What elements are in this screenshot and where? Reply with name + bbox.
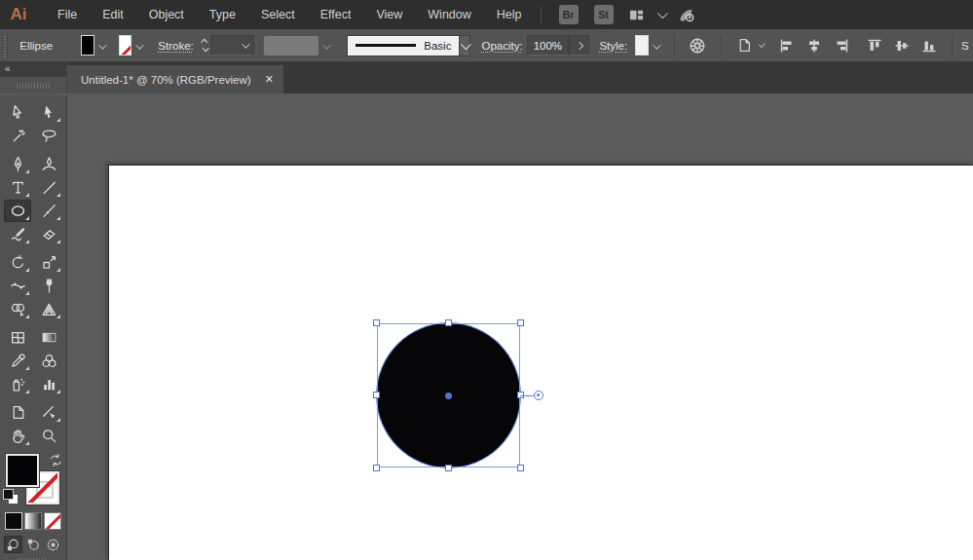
tool-direct-selection-tool[interactable] <box>35 101 62 124</box>
canvas[interactable] <box>67 95 973 560</box>
bridge-button[interactable]: Br <box>559 5 579 24</box>
opacity-label[interactable]: Opacity: <box>481 40 522 52</box>
selected-ellipse[interactable] <box>377 323 520 467</box>
menu-window[interactable]: Window <box>415 0 483 29</box>
close-icon[interactable]: ✕ <box>265 73 274 86</box>
workspace-switcher-icon[interactable] <box>627 8 646 22</box>
handle-s[interactable] <box>445 465 452 471</box>
tool-perspective-grid-tool[interactable] <box>35 298 62 320</box>
menu-bar: Ai File Edit Object Type Select Effect V… <box>0 0 973 29</box>
opacity-field[interactable]: 100% <box>527 35 569 56</box>
handle-ne[interactable] <box>517 319 524 326</box>
draw-inside-button[interactable] <box>44 536 62 553</box>
center-point[interactable] <box>445 392 452 399</box>
brush-value: Basic <box>424 40 451 52</box>
tool-gradient-tool[interactable] <box>35 326 62 349</box>
stroke-width-dropdown[interactable] <box>210 35 255 56</box>
menu-view[interactable]: View <box>363 0 415 29</box>
tool-rotate-tool[interactable] <box>4 251 31 274</box>
tool-zoom-tool[interactable] <box>35 425 62 447</box>
tool-pen-tool[interactable] <box>4 153 31 175</box>
gradient-button[interactable] <box>24 512 42 530</box>
chevron-down-icon[interactable] <box>656 8 667 19</box>
document-setup-icon[interactable] <box>736 37 753 54</box>
vertical-align-center-icon[interactable] <box>893 38 911 54</box>
tool-grid <box>0 95 66 448</box>
handle-nw[interactable] <box>373 319 380 326</box>
toolbar-grip[interactable] <box>0 77 66 93</box>
menu-object[interactable]: Object <box>136 0 197 29</box>
tool-eyedropper-tool[interactable] <box>4 350 31 372</box>
tool-mesh-tool[interactable] <box>4 326 31 349</box>
tool-type-tool[interactable] <box>4 176 31 199</box>
tool-selection-tool[interactable] <box>4 101 31 124</box>
none-button[interactable] <box>44 512 61 530</box>
tool-shaper-tool[interactable] <box>4 223 31 245</box>
chevron-down-icon[interactable] <box>759 41 766 48</box>
tool-lasso-tool[interactable] <box>35 125 62 147</box>
tab-strip: « Untitled-1* @ 70% (RGB/Preview) ✕ <box>0 62 973 95</box>
stock-button[interactable]: St <box>594 5 614 24</box>
tool-blend-tool[interactable] <box>35 350 62 372</box>
color-button[interactable] <box>5 512 22 530</box>
tool-magic-wand-tool[interactable] <box>4 125 31 147</box>
context-label: Ellipse <box>19 40 53 52</box>
tool-symbol-sprayer-tool[interactable] <box>4 373 31 395</box>
gpu-performance-icon[interactable] <box>677 7 695 23</box>
style-swatch[interactable] <box>635 35 649 56</box>
artboard[interactable] <box>109 166 973 560</box>
default-fill-stroke-icon[interactable] <box>3 489 18 504</box>
brush-definition-dropdown[interactable]: Basic <box>347 35 460 56</box>
opacity-popup-button[interactable] <box>569 35 589 56</box>
document-tab[interactable]: Untitled-1* @ 70% (RGB/Preview) ✕ <box>67 65 283 93</box>
tool-slice-tool[interactable] <box>35 401 62 424</box>
tool-paintbrush-tool[interactable] <box>35 200 62 222</box>
menu-file[interactable]: File <box>45 0 90 29</box>
swap-fill-stroke-icon[interactable] <box>49 453 63 471</box>
tool-ellipse-tool[interactable] <box>4 200 31 222</box>
brush-dropdown-chevron[interactable] <box>460 35 470 56</box>
tool-width-tool[interactable] <box>4 275 31 297</box>
tool-curvature-tool[interactable] <box>35 153 62 175</box>
tool-shape-builder-tool[interactable] <box>4 298 31 320</box>
collapse-panel-button[interactable]: « <box>0 62 66 77</box>
menu-help[interactable]: Help <box>484 0 535 29</box>
handle-w[interactable] <box>373 392 380 398</box>
vertical-align-top-icon[interactable] <box>866 38 883 54</box>
chevron-down-icon[interactable] <box>653 40 658 52</box>
tool-column-graph-tool[interactable] <box>35 373 62 395</box>
panel-grip[interactable] <box>2 34 8 57</box>
fill-swatch[interactable] <box>6 454 39 487</box>
tool-eraser-tool[interactable] <box>35 223 62 245</box>
recolor-artwork-icon[interactable] <box>689 37 706 55</box>
style-label[interactable]: Style: <box>599 40 627 52</box>
tool-artboard-tool[interactable] <box>4 401 31 424</box>
pie-angle-widget[interactable] <box>534 391 543 400</box>
tool-scale-tool[interactable] <box>35 251 62 274</box>
tool-hand-tool[interactable] <box>4 425 31 447</box>
divider <box>952 35 953 56</box>
illustrator-window: Ai File Edit Object Type Select Effect V… <box>0 0 973 560</box>
menu-type[interactable]: Type <box>197 0 248 29</box>
handle-se[interactable] <box>517 465 524 471</box>
stroke-width-stepper[interactable] <box>203 39 207 52</box>
horizontal-align-left-icon[interactable] <box>778 38 796 54</box>
stroke-label[interactable]: Stroke: <box>158 40 193 52</box>
chevron-down-icon[interactable] <box>135 40 141 52</box>
handle-n[interactable] <box>445 319 452 326</box>
handle-sw[interactable] <box>373 465 380 471</box>
tool-puppet-warp-tool[interactable] <box>35 275 62 297</box>
vertical-align-bottom-icon[interactable] <box>920 38 938 54</box>
stroke-color-swatch[interactable] <box>119 35 132 56</box>
menu-select[interactable]: Select <box>248 0 308 29</box>
menu-effect[interactable]: Effect <box>308 0 364 29</box>
horizontal-align-right-icon[interactable] <box>833 38 850 54</box>
tool-line-segment-tool[interactable] <box>35 176 62 199</box>
chevron-down-icon[interactable] <box>98 40 104 52</box>
horizontal-align-center-icon[interactable] <box>805 38 823 54</box>
draw-behind-button[interactable] <box>24 536 43 553</box>
fill-color-swatch[interactable] <box>81 35 94 56</box>
control-bar: Ellipse Stroke: Basic Opacity: 100% <box>0 29 973 62</box>
draw-normal-button[interactable] <box>4 536 22 553</box>
menu-edit[interactable]: Edit <box>90 0 136 29</box>
